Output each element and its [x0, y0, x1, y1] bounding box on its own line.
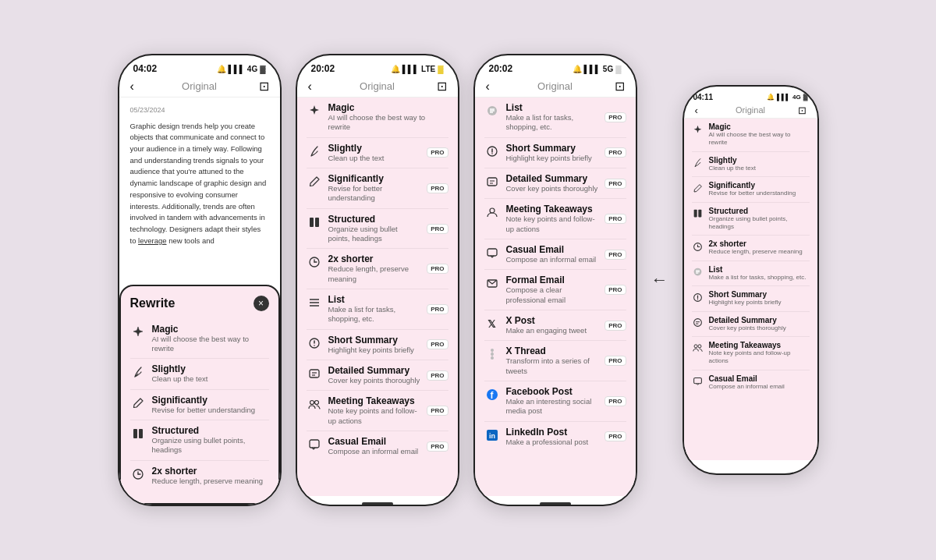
svg-point-61	[694, 345, 697, 348]
more-button-1[interactable]: ⊡	[259, 79, 269, 94]
p2-slightly[interactable]: Slightly Clean up the text PRO	[307, 138, 448, 168]
p4-meeting-text: Meeting Takeaways Note key points and fo…	[709, 341, 810, 366]
nav-title-3: Original	[537, 80, 573, 92]
p3-xpost-pro: PRO	[604, 321, 626, 331]
p4-casual-email-desc: Compose an informal email	[709, 383, 810, 391]
p4-meeting[interactable]: Meeting Takeaways Note key points and fo…	[692, 337, 810, 370]
p2-list[interactable]: List Make a list for tasks, shopping, et…	[307, 289, 448, 330]
close-button[interactable]: ×	[254, 296, 269, 311]
p3-list-text: List Make a list for tasks, shopping, et…	[506, 102, 599, 133]
p2-casual-email-desc: Compose an informal email	[328, 447, 421, 456]
p3-detailed-summary[interactable]: Detailed Summary Cover key points thorou…	[484, 168, 626, 199]
back-button-4[interactable]: ‹	[695, 105, 698, 116]
status-time-4: 04:11	[693, 93, 714, 101]
p2-significantly-pro: PRO	[427, 183, 448, 193]
p4-list-icon	[692, 266, 704, 278]
nav-bar-3: ‹ Original ⊡	[475, 77, 636, 97]
p3-linkedin-icon: in	[484, 427, 500, 443]
p3-list[interactable]: List Make a list for tasks, shopping, et…	[484, 97, 626, 138]
p2-clock-icon	[307, 254, 322, 270]
p4-casual-email-name: Casual Email	[709, 374, 810, 383]
p4-pencil-icon	[692, 182, 704, 194]
status-bar-2: 20:02 🔔 ▌▌▌ LTE ▓	[297, 55, 458, 77]
menu-item-magic[interactable]: Magic AI will choose the best way to rew…	[130, 319, 269, 360]
p4-detailed-summary-text: Detailed Summary Cover key points thorou…	[709, 316, 810, 332]
p4-list[interactable]: List Make a list for tasks, shopping, et…	[692, 261, 810, 286]
p4-short-summary[interactable]: Short Summary Highlight key points brief…	[692, 286, 810, 311]
p2-structured[interactable]: Structured Organize using bullet points,…	[307, 209, 448, 250]
p3-linkedin-pro: PRO	[604, 431, 626, 441]
p3-xpost-text: X Post Make an engaging tweet	[506, 315, 599, 335]
p4-slightly-name: Slightly	[709, 156, 810, 165]
p2-meeting-desc: Note key points and follow-up actions	[328, 406, 421, 426]
structured-name: Structured	[152, 425, 269, 436]
p2-casual-email[interactable]: Casual Email Compose an informal email P…	[307, 431, 448, 461]
p4-detailed-summary-name: Detailed Summary	[709, 316, 810, 324]
p3-casual-email[interactable]: Casual Email Compose an informal email P…	[484, 239, 626, 270]
p4-meeting-name: Meeting Takeaways	[709, 341, 810, 349]
more-button-3[interactable]: ⊡	[615, 79, 625, 94]
rewrite-header: Rewrite ×	[130, 296, 269, 311]
p4-magic[interactable]: Magic AI will choose the best way to rew…	[692, 119, 810, 152]
p2-chat-icon	[307, 437, 322, 452]
p3-formal-email[interactable]: Formal Email Compose a clear professiona…	[484, 270, 626, 310]
p3-meeting[interactable]: Meeting Takeaways Note key points and fo…	[484, 199, 626, 239]
p3-linkedin[interactable]: in LinkedIn Post Make a professional pos…	[484, 422, 626, 452]
p3-facebook[interactable]: f Facebook Post Make an interesting soci…	[484, 381, 626, 422]
p4-casual-email[interactable]: Casual Email Compose an informal email	[692, 370, 810, 395]
p2-meeting[interactable]: Meeting Takeaways Note key points and fo…	[307, 391, 448, 431]
magic-name: Magic	[152, 324, 269, 335]
p2-detailed-summary[interactable]: Detailed Summary Cover key points thorou…	[307, 360, 448, 391]
p2-magic[interactable]: Magic AI will choose the best way to rew…	[307, 97, 448, 138]
p3-xthread-pro: PRO	[604, 356, 626, 366]
p4-structured[interactable]: Structured Organize using bullet points,…	[692, 203, 810, 236]
p3-short-summary[interactable]: Short Summary Highlight key points brief…	[484, 138, 626, 168]
back-button-1[interactable]: ‹	[130, 80, 134, 94]
back-button-3[interactable]: ‹	[486, 80, 490, 94]
p2-columns-icon	[307, 214, 322, 230]
p2-magic-text: Magic AI will choose the best way to rew…	[328, 102, 448, 133]
p2-significantly[interactable]: Significantly Revise for better understa…	[307, 168, 448, 209]
status-icons-2: 🔔 ▌▌▌ LTE ▓	[391, 65, 444, 73]
svg-point-57	[697, 299, 698, 299]
bell-icon-4: 🔔	[767, 94, 775, 101]
p2-2xshorter[interactable]: 2x shorter Reduce length, preserve meani…	[307, 249, 448, 289]
back-button-2[interactable]: ‹	[308, 80, 312, 94]
p4-casual-email-text: Casual Email Compose an informal email	[709, 374, 810, 391]
more-button-4[interactable]: ⊡	[798, 105, 807, 116]
nav-bar-1: ‹ Original ⊡	[119, 77, 280, 97]
p4-2xshorter[interactable]: 2x shorter Reduce length, preserve meani…	[692, 236, 810, 261]
menu-item-structured[interactable]: Structured Organize using bullet points,…	[130, 420, 269, 461]
svg-rect-2	[139, 429, 143, 438]
p2-short-summary-text: Short Summary Highlight key points brief…	[328, 335, 421, 355]
p4-magic-icon	[692, 123, 704, 136]
menu-item-slightly[interactable]: Slightly Clean up the text	[130, 359, 269, 389]
p2-short-summary[interactable]: Short Summary Highlight key points brief…	[307, 330, 448, 360]
menu-item-significantly[interactable]: Significantly Revise for better understa…	[130, 390, 269, 420]
p3-list-desc: Make a list for tasks, shopping, etc.	[506, 113, 599, 133]
p2-list-desc: Make a list for tasks, shopping, etc.	[328, 305, 421, 324]
p4-slightly[interactable]: Slightly Clean up the text	[692, 152, 810, 177]
bell-icon-2: 🔔	[391, 65, 400, 73]
p3-xthread[interactable]: X Thread Transform into a series of twee…	[484, 341, 626, 381]
status-icons-4: 🔔 ▌▌▌ 4G ▓	[767, 94, 808, 101]
p2-short-summary-desc: Highlight key points briefly	[328, 346, 421, 355]
p3-xpost-name: X Post	[506, 315, 599, 326]
article-text: Graphic design trends help you create ob…	[130, 121, 269, 247]
more-button-2[interactable]: ⊡	[437, 79, 447, 94]
2x-shorter-desc: Reduce length, preserve meaning	[152, 477, 269, 486]
p4-slightly-desc: Clean up the text	[709, 165, 810, 172]
p3-list-name: List	[506, 102, 599, 113]
p4-detailed-summary[interactable]: Detailed Summary Cover key points thorou…	[692, 312, 810, 337]
bell-icon-3: 🔔	[573, 65, 582, 73]
p3-xpost[interactable]: 𝕏 X Post Make an engaging tweet PRO	[484, 310, 626, 341]
p2-short-summary-name: Short Summary	[328, 335, 421, 346]
p3-formal-email-name: Formal Email	[506, 275, 599, 285]
slightly-desc: Clean up the text	[152, 374, 269, 384]
p4-meeting-icon	[692, 342, 704, 354]
p4-significantly[interactable]: Significantly Revise for better understa…	[692, 177, 810, 202]
p2-2xshorter-pro: PRO	[427, 264, 448, 274]
p3-linkedin-text: LinkedIn Post Make a professional post	[506, 427, 599, 447]
p3-formal-email-text: Formal Email Compose a clear professiona…	[506, 275, 599, 305]
menu-item-2x-shorter[interactable]: 2x shorter Reduce length, preserve meani…	[130, 461, 269, 491]
